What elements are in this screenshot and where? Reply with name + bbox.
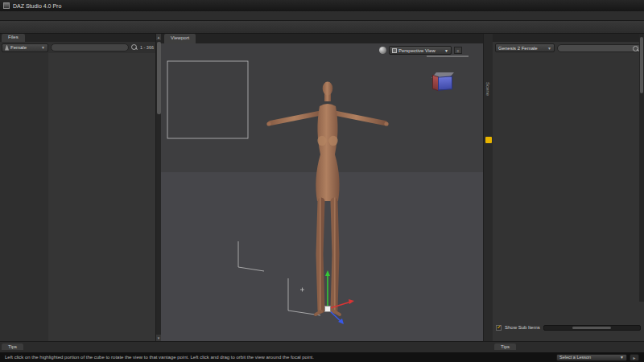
category-list xyxy=(0,53,48,341)
shaping-panel: Genesis 2 Female ▼ Show Sub Items xyxy=(493,34,644,341)
app-icon xyxy=(3,2,10,9)
library-tab-row: Files xyxy=(0,34,155,42)
morph-slider-list xyxy=(552,54,644,322)
strip-marker xyxy=(485,137,492,143)
tab-files[interactable]: Files xyxy=(2,34,25,42)
status-bar: Left click on the highlighted portion of… xyxy=(0,352,644,362)
camera-select-value: Perspective View xyxy=(398,48,436,53)
play-lesson-button[interactable]: ► xyxy=(630,354,639,361)
main-area: Files Female ▼ 1 - 366 ▴ ▾ xyxy=(0,34,644,341)
content-library-panel: Files Female ▼ 1 - 366 xyxy=(0,34,155,341)
pose-thumbnail-grid xyxy=(48,53,155,341)
drawstyle-icon[interactable] xyxy=(379,47,386,54)
morph-group-tree xyxy=(493,54,552,322)
morph-horizontal-scrollbar[interactable] xyxy=(543,325,641,331)
side-tab-strip: Scene xyxy=(483,34,493,341)
search-icon xyxy=(633,46,639,52)
tips-row: Tips Tips xyxy=(0,341,644,352)
shaping-tab-row xyxy=(493,34,644,42)
menu-bar xyxy=(0,11,644,21)
chevron-down-icon: ▼ xyxy=(39,45,45,50)
figure-select-value: Genesis 2 Female xyxy=(498,46,538,51)
chevron-down-icon: ▼ xyxy=(545,46,551,51)
view-cube-icon xyxy=(392,48,397,53)
title-bar: DAZ Studio 4.0 Pro xyxy=(0,0,644,11)
scrollbar-thumb[interactable] xyxy=(640,37,643,93)
scrollbar-thumb[interactable] xyxy=(572,327,611,329)
figure-filter-icon xyxy=(5,45,9,51)
main-toolbar xyxy=(0,21,644,34)
cube-front-face[interactable] xyxy=(438,76,452,90)
viewport-scene[interactable]: Perspective View ▼ ≡ xyxy=(161,43,483,341)
library-body xyxy=(0,53,155,341)
lesson-select-dropdown[interactable]: Select a Lesson ▼ xyxy=(556,354,627,361)
chevron-down-icon: ▼ xyxy=(620,355,624,360)
library-search-input[interactable] xyxy=(51,43,129,51)
search-icon[interactable] xyxy=(131,44,138,51)
result-count: 1 - 366 xyxy=(140,45,154,50)
show-sub-items-checkbox[interactable] xyxy=(496,325,502,331)
library-scrollbar[interactable]: ▴ ▾ xyxy=(155,34,161,341)
viewport-panel: Viewport xyxy=(161,34,483,341)
tab-viewport[interactable]: Viewport xyxy=(164,34,196,43)
morph-scrollbar[interactable] xyxy=(639,34,644,302)
tab-tips-left[interactable]: Tips xyxy=(2,343,23,350)
shaping-footer: Show Sub Items xyxy=(493,322,644,333)
window-title: DAZ Studio 4.0 Pro xyxy=(13,3,61,9)
tab-scene-vertical[interactable]: Scene xyxy=(485,82,490,96)
morph-search-input[interactable] xyxy=(557,44,642,52)
status-text: Left click on the highlighted portion of… xyxy=(5,355,314,360)
lesson-select-value: Select a Lesson xyxy=(559,355,591,360)
content-filter-dropdown[interactable]: Female ▼ xyxy=(2,43,48,52)
shaping-controls: Genesis 2 Female ▼ xyxy=(493,42,644,54)
viewport-toolbar: Perspective View ▼ ≡ xyxy=(379,46,462,55)
view-rotation-cube[interactable] xyxy=(431,72,456,93)
chevron-down-icon: ▼ xyxy=(444,48,448,53)
daz-studio-window: DAZ Studio 4.0 Pro Files Female ▼ 1 - 36… xyxy=(0,0,644,362)
library-controls: Female ▼ 1 - 366 xyxy=(0,42,155,53)
camera-select-dropdown[interactable]: Perspective View ▼ xyxy=(389,46,452,55)
pane-options-button[interactable]: ≡ xyxy=(454,47,462,54)
content-filter-value: Female xyxy=(10,45,27,50)
figure-select-dropdown[interactable]: Genesis 2 Female ▼ xyxy=(495,43,555,52)
shaping-body xyxy=(493,54,644,322)
show-sub-items-label: Show Sub Items xyxy=(505,325,540,330)
tab-tips-right[interactable]: Tips xyxy=(494,343,516,350)
viewport-tab-row: Viewport xyxy=(161,34,483,43)
